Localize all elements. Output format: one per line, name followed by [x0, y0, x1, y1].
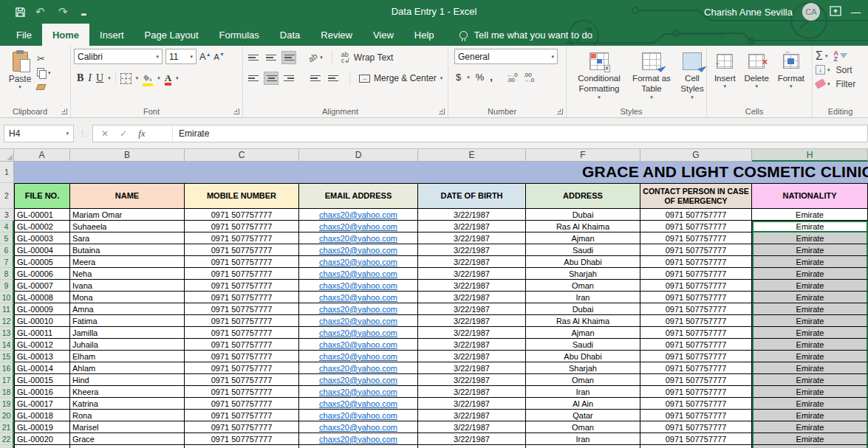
cell-A14[interactable]: GL-00012 — [14, 339, 70, 351]
cell-G14[interactable]: 0971 507757777 — [640, 339, 752, 351]
cell-G20[interactable]: 0971 507757777 — [640, 410, 752, 421]
cell-C10[interactable]: 0971 507757777 — [185, 292, 299, 303]
cell-C7[interactable]: 0971 507757777 — [185, 256, 299, 268]
fill-color-icon[interactable] — [143, 74, 153, 83]
cell-F7[interactable]: Abu Dhabi — [526, 256, 640, 268]
cell-F23[interactable] — [526, 445, 640, 448]
column-header-B[interactable]: B — [70, 149, 185, 162]
cell-G11[interactable]: 0971 507757777 — [640, 303, 752, 315]
cell-H22[interactable]: Emirate — [752, 433, 868, 445]
sort-filter-icon[interactable]: AZ — [833, 50, 847, 62]
cell-A17[interactable]: GL-00015 — [14, 374, 70, 386]
column-header-A[interactable]: A — [14, 149, 70, 162]
underline-dropdown[interactable]: ▾ — [108, 75, 111, 81]
clipboard-dialog-launcher[interactable] — [61, 108, 67, 114]
cell-D13[interactable]: chaxs20@yahoo.com — [299, 327, 418, 339]
font-size-select[interactable]: 11▾ — [165, 49, 197, 64]
cell-C18[interactable]: 0971 507757777 — [185, 386, 299, 398]
copy-button[interactable]: ▾ — [37, 67, 51, 78]
row-header-3[interactable]: 3 — [0, 209, 14, 221]
cell-G17[interactable]: 0971 507757777 — [640, 374, 752, 386]
cell-E9[interactable]: 3/22/1987 — [418, 280, 526, 292]
column-header-C[interactable]: C — [185, 149, 299, 162]
row-header-2[interactable]: 2 — [0, 183, 14, 209]
column-header-G[interactable]: G — [640, 149, 752, 162]
cell-E18[interactable]: 3/22/1987 — [418, 386, 526, 398]
cell-C22[interactable]: 0971 507757777 — [185, 433, 299, 445]
cell-C14[interactable]: 0971 507757777 — [185, 339, 299, 351]
column-header-E[interactable]: E — [418, 149, 526, 162]
cell-C5[interactable]: 0971 507757777 — [185, 232, 299, 244]
cell-D21[interactable]: chaxs20@yahoo.com — [299, 421, 418, 433]
cell-B5[interactable]: Sara — [70, 232, 185, 244]
cell-G6[interactable]: 0971 507757777 — [640, 244, 752, 256]
cell-H11[interactable]: Emirate — [752, 303, 868, 315]
column-header-D[interactable]: D — [299, 149, 418, 162]
format-as-table-button[interactable]: Format as Table▾ — [629, 49, 674, 104]
undo-icon[interactable]: ↶▾ — [35, 5, 49, 18]
cell-C11[interactable]: 0971 507757777 — [185, 303, 299, 315]
cell-H8[interactable]: Emirate — [752, 268, 868, 280]
cell-F6[interactable]: Saudi — [526, 244, 640, 256]
cell-G4[interactable]: 0971 507757777 — [640, 221, 752, 232]
cell-F16[interactable]: Sharjah — [526, 362, 640, 374]
cell-B22[interactable]: Grace — [70, 433, 185, 445]
italic-button[interactable]: I — [88, 72, 92, 84]
cell-D4[interactable]: chaxs20@yahoo.com — [299, 221, 418, 232]
cell-C12[interactable]: 0971 507757777 — [185, 315, 299, 327]
row-header-1[interactable]: 1 — [0, 162, 14, 183]
customize-qat-icon[interactable]: ▂▾ — [81, 9, 89, 15]
cell-G12[interactable]: 0971 507757777 — [640, 315, 752, 327]
cell-E13[interactable]: 3/22/1987 — [418, 327, 526, 339]
cell-A13[interactable]: GL-00011 — [14, 327, 70, 339]
cell-B21[interactable]: Marisel — [70, 421, 185, 433]
cell-F4[interactable]: Ras Al Khaima — [526, 221, 640, 232]
underline-button[interactable]: U — [96, 72, 103, 84]
cell-B18[interactable]: Kheera — [70, 386, 185, 398]
format-cells-button[interactable]: ↔ Format▾ — [778, 49, 804, 104]
cell-B8[interactable]: Neha — [70, 268, 185, 280]
cell-A12[interactable]: GL-00010 — [14, 315, 70, 327]
redo-icon[interactable]: ↷▾ — [58, 5, 72, 18]
number-dialog-launcher[interactable] — [557, 108, 563, 114]
row-header-12[interactable]: 12 — [0, 315, 14, 327]
cell-D15[interactable]: chaxs20@yahoo.com — [299, 351, 418, 362]
cell-D19[interactable]: chaxs20@yahoo.com — [299, 398, 418, 410]
cell-F9[interactable]: Oman — [526, 280, 640, 292]
cell-B12[interactable]: Fatima — [70, 315, 185, 327]
user-name[interactable]: Charish Anne Sevilla — [704, 7, 793, 18]
sort-filter-label-2[interactable]: Filter — [836, 79, 856, 89]
cell-F15[interactable]: Abu Dhabi — [526, 351, 640, 362]
decrease-indent-icon[interactable] — [308, 72, 323, 85]
cell-H10[interactable]: Emirate — [752, 292, 868, 303]
cell-D18[interactable]: chaxs20@yahoo.com — [299, 386, 418, 398]
conditional-formatting-button[interactable]: ≠ Conditional Formatting▾ — [570, 49, 629, 104]
cell-F21[interactable]: Oman — [526, 421, 640, 433]
cell-E23[interactable] — [418, 445, 526, 448]
cell-A18[interactable]: GL-00016 — [14, 386, 70, 398]
cell-D12[interactable]: chaxs20@yahoo.com — [299, 315, 418, 327]
row-header-13[interactable]: 13 — [0, 327, 14, 339]
sort-filter-label-1[interactable]: Sort — [836, 65, 852, 75]
tab-home[interactable]: Home — [42, 24, 89, 46]
tab-data[interactable]: Data — [270, 24, 310, 46]
cell-D11[interactable]: chaxs20@yahoo.com — [299, 303, 418, 315]
cell-C6[interactable]: 0971 507757777 — [185, 244, 299, 256]
align-left-icon[interactable] — [246, 72, 261, 85]
cell-E12[interactable]: 3/22/1987 — [418, 315, 526, 327]
insert-cells-button[interactable]: ← Insert▾ — [714, 49, 736, 104]
align-top-icon[interactable] — [246, 51, 261, 64]
autosum-icon[interactable]: Σ — [816, 49, 823, 63]
cell-H20[interactable]: Emirate — [752, 410, 868, 421]
number-format-select[interactable]: General▾ — [454, 49, 558, 64]
cell-D6[interactable]: chaxs20@yahoo.com — [299, 244, 418, 256]
row-header-22[interactable]: 22 — [0, 433, 14, 445]
cell-D22[interactable]: chaxs20@yahoo.com — [299, 433, 418, 445]
cell-E8[interactable]: 3/22/1987 — [418, 268, 526, 280]
cell-A3[interactable]: GL-00001 — [14, 209, 70, 221]
cell-F3[interactable]: Dubai — [526, 209, 640, 221]
cell-G13[interactable]: 0971 507757777 — [640, 327, 752, 339]
tab-review[interactable]: Review — [310, 24, 363, 46]
clear-icon[interactable] — [815, 78, 827, 89]
avatar[interactable]: CA — [802, 3, 820, 21]
